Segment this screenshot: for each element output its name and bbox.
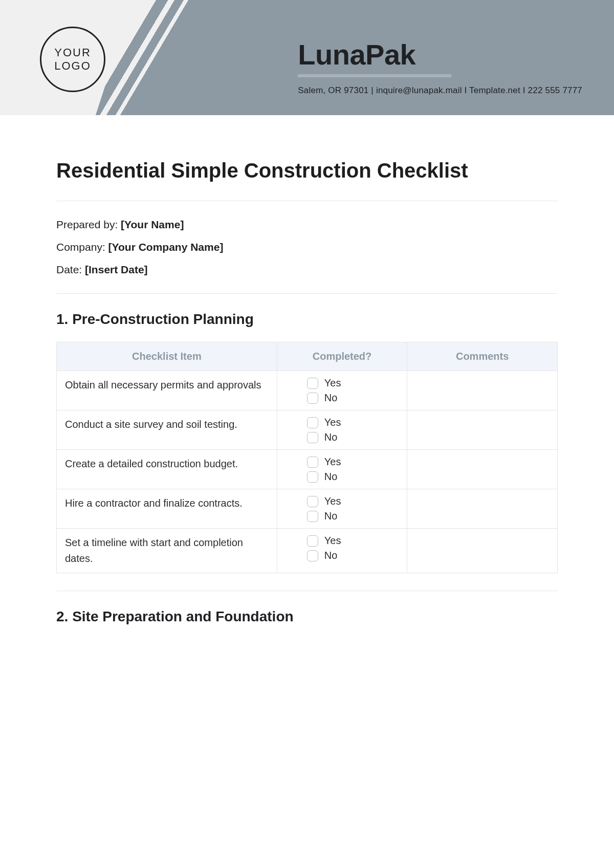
table-row: Create a detailed construction budget.Ye… [57, 450, 558, 489]
meta-value: [Insert Date] [85, 264, 148, 275]
checkbox-label-no: No [324, 431, 338, 443]
contact-line: Salem, OR 97301 | inquire@lunapak.mail I… [298, 85, 582, 96]
comments-cell[interactable] [407, 410, 558, 450]
logo-placeholder: YOUR LOGO [40, 27, 105, 92]
meta-label: Company: [56, 241, 105, 253]
col-header-item: Checklist Item [57, 342, 277, 371]
table-row: Set a timeline with start and completion… [57, 529, 558, 573]
checkbox-no[interactable] [307, 393, 318, 404]
checkbox-no[interactable] [307, 471, 318, 483]
table-row: Conduct a site survey and soil testing.Y… [57, 410, 558, 450]
meta-value: [Your Company Name] [108, 241, 224, 253]
comments-cell[interactable] [407, 371, 558, 410]
checkbox-yes[interactable] [307, 417, 318, 428]
completed-cell: YesNo [277, 529, 407, 573]
logo-text-line2: LOGO [54, 59, 91, 73]
divider [56, 201, 558, 201]
document-title: Residential Simple Construction Checklis… [56, 159, 558, 182]
completed-cell: YesNo [277, 410, 407, 450]
divider [56, 591, 558, 591]
section-title-2: 2. Site Preparation and Foundation [56, 609, 558, 625]
meta-label: Date: [56, 264, 82, 275]
col-header-comments: Comments [407, 342, 558, 371]
checkbox-label-no: No [324, 392, 338, 404]
comments-cell[interactable] [407, 529, 558, 573]
meta-label: Prepared by: [56, 219, 118, 230]
header-banner: YOUR LOGO LunaPak Salem, OR 97301 | inqu… [0, 0, 614, 115]
logo-text-line1: YOUR [54, 46, 91, 59]
table-row: Hire a contractor and finalize contracts… [57, 489, 558, 529]
company-underline [298, 74, 451, 77]
meta-company: Company: [Your Company Name] [56, 241, 558, 253]
col-header-completed: Completed? [277, 342, 407, 371]
checklist-table-1: Checklist Item Completed? Comments Obtai… [56, 342, 558, 573]
checkbox-label-yes: Yes [324, 535, 341, 547]
completed-cell: YesNo [277, 489, 407, 529]
checkbox-yes[interactable] [307, 535, 318, 547]
company-name: LunaPak [298, 38, 582, 71]
checklist-item-cell: Set a timeline with start and completion… [57, 529, 277, 573]
divider [56, 293, 558, 294]
meta-value: [Your Name] [121, 219, 184, 230]
checklist-item-cell: Hire a contractor and finalize contracts… [57, 489, 277, 529]
checkbox-label-yes: Yes [324, 456, 341, 468]
table-header-row: Checklist Item Completed? Comments [57, 342, 558, 371]
checklist-item-cell: Create a detailed construction budget. [57, 450, 277, 489]
checkbox-label-yes: Yes [324, 417, 341, 428]
meta-prepared-by: Prepared by: [Your Name] [56, 219, 558, 231]
checkbox-no[interactable] [307, 432, 318, 443]
checkbox-no[interactable] [307, 550, 318, 561]
comments-cell[interactable] [407, 450, 558, 489]
completed-cell: YesNo [277, 371, 407, 410]
section-title-1: 1. Pre-Construction Planning [56, 311, 558, 328]
checkbox-no[interactable] [307, 511, 318, 522]
meta-date: Date: [Insert Date] [56, 264, 558, 276]
checkbox-yes[interactable] [307, 378, 318, 389]
checkbox-label-no: No [324, 510, 338, 522]
company-block: LunaPak Salem, OR 97301 | inquire@lunapa… [298, 38, 582, 96]
checkbox-label-no: No [324, 471, 338, 483]
page-content: Residential Simple Construction Checklis… [0, 115, 614, 625]
checkbox-yes[interactable] [307, 457, 318, 468]
checkbox-label-no: No [324, 550, 338, 561]
checkbox-label-yes: Yes [324, 495, 341, 507]
comments-cell[interactable] [407, 489, 558, 529]
checkbox-yes[interactable] [307, 496, 318, 507]
checklist-item-cell: Obtain all necessary permits and approva… [57, 371, 277, 410]
checkbox-label-yes: Yes [324, 377, 341, 389]
checklist-item-cell: Conduct a site survey and soil testing. [57, 410, 277, 450]
table-row: Obtain all necessary permits and approva… [57, 371, 558, 410]
completed-cell: YesNo [277, 450, 407, 489]
